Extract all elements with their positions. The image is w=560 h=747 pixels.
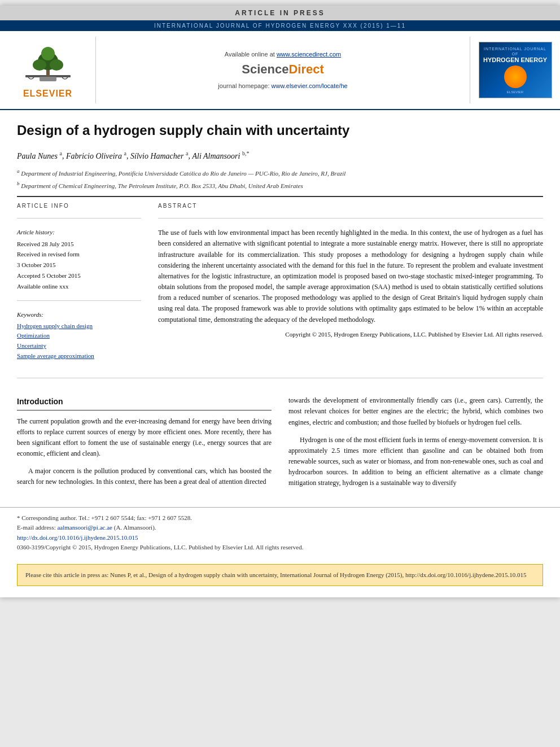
abstract-text: The use of fuels with low environmental …	[158, 228, 543, 325]
svg-rect-6	[40, 77, 56, 81]
article-info-col: Article Info Article history: Received 2…	[17, 203, 141, 361]
article-info-abstract-section: Article Info Article history: Received 2…	[17, 203, 543, 361]
keywords-label: Keywords:	[17, 310, 141, 320]
keyword-2[interactable]: Optimization	[17, 331, 141, 341]
sciencedirect-url[interactable]: www.sciencedirect.com	[277, 51, 341, 58]
body-separator	[17, 378, 543, 378]
logo-header-row: ELSEVIER Available online at www.science…	[0, 31, 560, 110]
affiliation-b: b Department of Chemical Engineering, Th…	[17, 180, 543, 190]
keywords-divider	[17, 300, 141, 301]
journal-homepage-label: journal homepage:	[218, 82, 269, 89]
keywords-block: Keywords: Hydrogen supply chain design O…	[17, 310, 141, 361]
svg-point-3	[33, 59, 46, 71]
svg-point-4	[50, 59, 63, 71]
intro-paragraph-3: towards the development of environmental…	[288, 395, 543, 428]
article-history: Article history: Received 28 July 2015 R…	[17, 228, 141, 291]
doi-link[interactable]: http://dx.doi.org/10.1016/j.ijhydene.201…	[17, 534, 138, 541]
email-link[interactable]: aalmansoori@pi.ac.ae	[57, 524, 112, 531]
journal-homepage: journal homepage: www.elsevier.com/locat…	[218, 82, 347, 89]
body-left-col: Introduction The current population grow…	[17, 395, 272, 496]
keyword-3[interactable]: Uncertainty	[17, 341, 141, 351]
bottom-notice: Please cite this article in press as: Nu…	[17, 564, 543, 586]
body-content: Introduction The current population grow…	[17, 395, 543, 496]
article-title: Design of a hydrogen supply chain with u…	[17, 121, 543, 139]
intro-paragraph-4: Hydrogen is one of the most efficient fu…	[288, 435, 543, 489]
accepted-date: Accepted 5 October 2015	[17, 270, 141, 281]
section-divider-thick	[17, 196, 543, 197]
center-header: Available online at www.sciencedirect.co…	[96, 37, 470, 103]
email-line: E-mail address: aalmansoori@pi.ac.ae (A.…	[17, 523, 543, 533]
intro-paragraph-1: The current population growth and the ev…	[17, 416, 272, 460]
hydrogen-cover-bottom: ELSEVIER	[507, 90, 523, 94]
hydrogen-cover-top-text: International Journal of	[483, 46, 548, 56]
intro-paragraph-2: A major concern is the pollution produce…	[17, 466, 272, 487]
journal-cover-thumbnail: International Journal of HYDROGEN ENERGY…	[470, 37, 560, 103]
article-info-label: Article Info	[17, 203, 141, 209]
elsevier-logo: ELSEVIER	[0, 37, 96, 103]
affiliation-a: a Department of Industrial Engineering, …	[17, 168, 543, 178]
article-in-press-banner: Article in Press	[0, 6, 560, 20]
available-online: Available online xxx	[17, 281, 141, 292]
revised-date: Received in revised form3 October 2015	[17, 249, 141, 270]
issn-line: 0360-3199/Copyright © 2015, Hydrogen Ene…	[17, 543, 543, 553]
history-label: Article history:	[17, 228, 141, 238]
hydrogen-cover: International Journal of HYDROGEN ENERGY…	[479, 42, 552, 98]
sciencedirect-logo: ScienceDirect	[242, 62, 324, 77]
elsevier-tree-icon	[23, 41, 73, 86]
body-right-col: towards the development of environmental…	[288, 395, 543, 496]
authors-line: Paula Nunes a, Fabricio Oliveira a, Sílv…	[17, 150, 543, 161]
science-text: Science	[242, 62, 288, 76]
received-date: Received 28 July 2015	[17, 239, 141, 250]
copyright-line: Copyright © 2015, Hydrogen Energy Public…	[158, 330, 543, 339]
introduction-heading: Introduction	[17, 395, 272, 410]
keyword-4[interactable]: Sample average approximation	[17, 351, 141, 361]
abstract-divider	[158, 218, 543, 219]
journal-header-bar: International Journal of Hydrogen Energy…	[0, 20, 560, 31]
available-online-text: Available online at www.sciencedirect.co…	[225, 51, 341, 58]
elsevier-wordmark: ELSEVIER	[23, 89, 72, 99]
article-info-divider	[17, 218, 141, 219]
main-content: Design of a hydrogen supply chain with u…	[0, 110, 560, 507]
email-label: E-mail address:	[17, 524, 56, 531]
journal-homepage-url[interactable]: www.elsevier.com/locate/he	[272, 82, 348, 89]
doi-link-line: http://dx.doi.org/10.1016/j.ijhydene.201…	[17, 533, 543, 543]
abstract-col: Abstract The use of fuels with low envir…	[158, 203, 543, 361]
corresponding-author: * Corresponding author. Tel.: +971 2 607…	[17, 513, 543, 523]
abstract-label: Abstract	[158, 203, 543, 209]
hydrogen-cover-title: HYDROGEN ENERGY	[483, 56, 547, 63]
email-person: (A. Almansoori).	[114, 524, 156, 531]
keyword-1[interactable]: Hydrogen supply chain design	[17, 321, 141, 331]
direct-text: Direct	[288, 62, 323, 76]
hydrogen-cover-graphic	[504, 65, 527, 88]
svg-point-5	[41, 47, 55, 60]
footnote-area: * Corresponding author. Tel.: +971 2 607…	[0, 507, 560, 558]
